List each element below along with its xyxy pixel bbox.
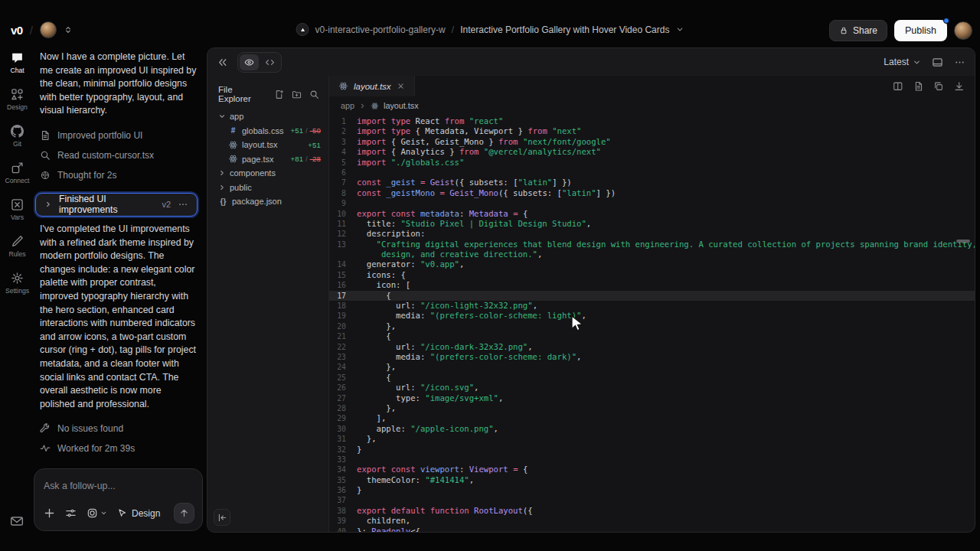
mail-icon[interactable] (10, 514, 24, 528)
model-selector[interactable] (87, 507, 107, 519)
preview-toggle[interactable] (240, 54, 259, 70)
file-explorer-title: File Explorer (218, 85, 266, 103)
code-line: design, and creative direction.", (329, 249, 975, 259)
task-item[interactable]: Worked for 2m 39s (40, 439, 205, 458)
chat-icon (11, 51, 24, 64)
tab-layout-tsx[interactable]: layout.tsx (329, 76, 415, 96)
chevron-down-icon (100, 510, 107, 517)
tree-item-public[interactable]: public (207, 181, 328, 195)
tree-item-app[interactable]: app (207, 109, 328, 124)
top-bar: v0 / v0-interactive-portfolio-gallery-w … (0, 0, 980, 44)
followup-input[interactable] (44, 481, 193, 491)
react-icon (371, 102, 379, 110)
task-item[interactable]: No issues found (40, 419, 205, 439)
chevron-down-icon[interactable] (675, 25, 684, 34)
code-line: 40}: Readonly<{ (329, 527, 975, 532)
code-line: 4import { Analytics } from "@vercel/anal… (329, 147, 975, 157)
breadcrumb-page-title[interactable]: Interactive Portfolio Gallery with Hover… (460, 24, 669, 35)
tree-item-components[interactable]: components (207, 166, 328, 181)
sidebar-item-connect[interactable]: Connect (0, 155, 34, 191)
avatar[interactable] (954, 21, 972, 40)
diff-stats: +51 / -50 (290, 126, 321, 135)
code-line: 20 }, (329, 321, 975, 331)
task-item[interactable]: Improved portfolio UI (40, 126, 205, 145)
code-line: 7const _geist = Geist({ subsets: ["latin… (329, 178, 975, 187)
design-mode-button[interactable]: Design (117, 508, 160, 519)
code-line: 38export default function RootLayout({ (329, 506, 975, 516)
status-list: No issues foundWorked for 2m 39s (40, 419, 205, 458)
code-line: 18 url: "/icon-light-32x32.png", (329, 301, 975, 311)
attach-plus-icon[interactable] (44, 507, 55, 519)
v0-logo: v0 (11, 24, 23, 37)
search-icon (40, 150, 51, 161)
sidebar-item-chat[interactable]: Chat (0, 44, 34, 81)
code-line: 2import type { Metadata, Viewport } from… (329, 126, 975, 136)
updown-selector-icon[interactable] (64, 25, 73, 34)
publish-button[interactable]: Publish (894, 20, 947, 41)
code-toggle[interactable] (260, 54, 279, 70)
search-icon[interactable] (309, 90, 319, 99)
version-dropdown-label: Latest (884, 57, 909, 67)
sidebar-item-vars[interactable]: Vars (0, 191, 34, 228)
breadcrumb-file[interactable]: layout.tsx (384, 101, 419, 110)
code-area[interactable]: 1import type React from "react"2import t… (329, 115, 975, 532)
download-icon[interactable] (954, 81, 965, 92)
code-line: 31 }, (329, 434, 975, 444)
vercel-icon[interactable] (296, 23, 309, 36)
sidebar-item-design[interactable]: Design (0, 81, 34, 118)
code-line: 16 icon: [ (329, 280, 975, 290)
chevrons-left-icon[interactable] (217, 57, 228, 68)
tree-item-page-tsx[interactable]: page.tsx+81 / -28 (207, 152, 328, 167)
code-line: 30 apple: "/apple-icon.png", (329, 424, 975, 434)
breadcrumb-project[interactable]: v0-interactive-portfolio-gallery-w (315, 24, 446, 35)
workspace-panel: Latest File Explorer (207, 47, 975, 533)
chevron-right-icon (44, 201, 52, 208)
chevron-right-icon (359, 103, 366, 109)
tree-item-globals-css[interactable]: #globals.css+51 / -50 (207, 124, 328, 139)
version-dropdown[interactable]: Latest (884, 57, 921, 67)
sidebar-item-git[interactable]: Git (0, 118, 34, 155)
collapse-left-icon (217, 513, 227, 523)
more-icon[interactable] (178, 199, 188, 210)
new-file-icon[interactable] (274, 90, 284, 99)
cursor-pointer-icon (117, 508, 127, 518)
sidebar-item-rules[interactable]: Rules (0, 228, 34, 265)
sidebar-item-settings[interactable]: Settings (0, 265, 34, 302)
tree-item-layout-tsx[interactable]: layout.tsx+51 (207, 138, 328, 152)
nav-rail: ChatDesignGitConnectVarsRulesSettings (0, 44, 34, 551)
task-item[interactable]: Read custom-cursor.tsx (40, 145, 205, 165)
close-icon[interactable] (397, 82, 405, 90)
file-icon[interactable] (913, 81, 924, 92)
chat-panel: Now I have a complete picture. Let me cr… (34, 44, 205, 551)
copy-icon[interactable] (933, 81, 944, 92)
tree-item-package-json[interactable]: {}package.json (207, 194, 328, 209)
version-badge: v2 (162, 200, 171, 209)
git-icon (11, 125, 24, 138)
split-view-icon[interactable] (893, 81, 903, 92)
code-line: 15 icons: { (329, 270, 975, 280)
settings-sliders-icon[interactable] (65, 507, 77, 519)
code-line: 13 "Crafting digital experiences that bl… (329, 240, 975, 249)
more-icon[interactable] (954, 57, 965, 68)
version-card[interactable]: Finished UI improvements v2 (35, 193, 198, 217)
code-line: 37 (329, 495, 975, 505)
new-folder-icon[interactable] (292, 90, 302, 99)
code-line: 3import { Geist, Geist_Mono } from "next… (329, 137, 975, 147)
send-button[interactable] (174, 503, 194, 523)
wrench-icon (40, 423, 51, 434)
code-line: 23 media: "(prefers-color-scheme: dark)"… (329, 352, 975, 362)
react-icon (228, 140, 238, 150)
collapse-panel-button[interactable] (214, 509, 230, 526)
avatar[interactable] (40, 21, 57, 38)
task-item[interactable]: Thought for 2s (40, 165, 205, 185)
breadcrumb: v0-interactive-portfolio-gallery-w / Int… (296, 23, 684, 36)
chevron-down-icon (218, 112, 226, 120)
share-button[interactable]: Share (829, 20, 887, 41)
scrollbar-thumb[interactable] (956, 240, 970, 243)
tab-bar: layout.tsx (329, 76, 975, 96)
code-line: 36} (329, 485, 975, 495)
publish-notification-dot (943, 18, 949, 24)
panel-bottom-icon[interactable] (932, 57, 943, 68)
code-line: 1import type React from "react" (329, 116, 975, 126)
breadcrumb-folder[interactable]: app (341, 101, 354, 110)
